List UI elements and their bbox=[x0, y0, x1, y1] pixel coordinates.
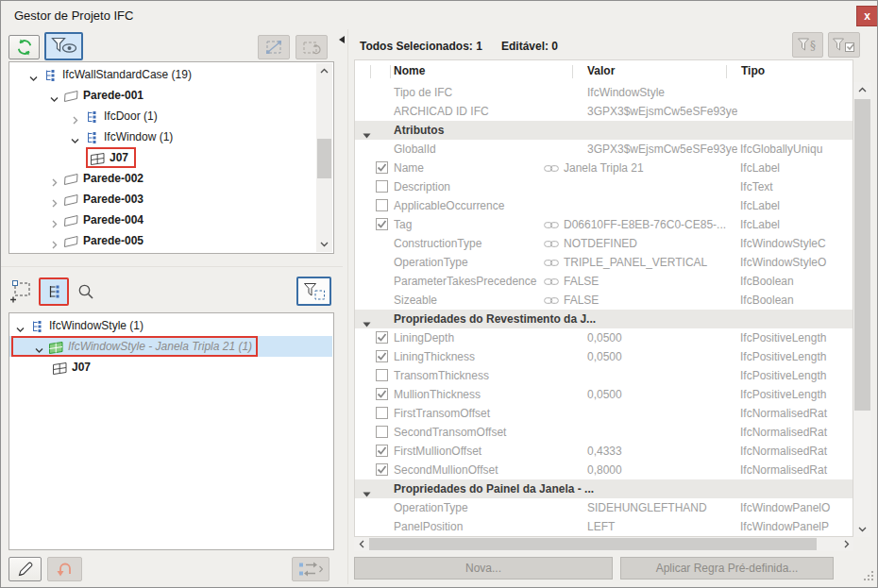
tree-item-label: IfcWindow (1) bbox=[104, 126, 173, 147]
add-marquee-button[interactable] bbox=[6, 277, 36, 306]
chevron-down-icon[interactable] bbox=[28, 70, 39, 80]
column-header-tipo[interactable]: Tipo bbox=[741, 64, 765, 77]
tree-item-ifcwindow-1[interactable]: IfcWindow (1) bbox=[9, 126, 316, 147]
tree-item-ifcwindowstyle-1[interactable]: IfcWindowStyle (1) bbox=[9, 315, 332, 336]
tree-item-j07[interactable]: J07 bbox=[9, 147, 316, 168]
checkbox-unchecked[interactable] bbox=[376, 180, 388, 193]
property-mullionthickness[interactable]: MullionThickness0,0500IfcPositiveLength bbox=[355, 385, 853, 404]
splitter-collapse-button[interactable] bbox=[339, 36, 345, 43]
property-value: TRIPLE_PANEL_VERTICAL bbox=[544, 253, 737, 273]
scroll-down-button[interactable] bbox=[316, 237, 332, 252]
property-name: MullionThickness bbox=[394, 385, 539, 404]
link-marquee-button[interactable] bbox=[258, 35, 290, 59]
filter-visibility-button[interactable] bbox=[44, 32, 83, 60]
panel-splitter[interactable] bbox=[347, 29, 348, 584]
property-panelposition[interactable]: PanelPositionLEFTIfcWindowPanelP bbox=[355, 517, 853, 536]
property-liningdepth[interactable]: LiningDepth0,0500IfcPositiveLength bbox=[355, 328, 853, 347]
chevron-down-icon[interactable] bbox=[49, 91, 59, 101]
column-divider bbox=[370, 65, 371, 78]
property-secondtransomoffset[interactable]: SecondTransomOffsetIfcNormalisedRat bbox=[355, 423, 853, 442]
section-propriedades-do-painel-da-janela[interactable]: Propriedades do Painel da Janela - ... bbox=[355, 479, 853, 498]
property-operationtype[interactable]: OperationTypeSIDEHUNGLEFTHANDIfcWindowPa… bbox=[355, 498, 853, 517]
property-name[interactable]: NameJanela Tripla 21IfcLabel bbox=[355, 159, 853, 177]
filter-checked-button[interactable] bbox=[828, 32, 860, 58]
scroll-left-button[interactable] bbox=[354, 537, 368, 551]
property-archicad-id-ifc[interactable]: ARCHICAD ID IFC3GPX3$wEjsmCw5eSFe93ye bbox=[355, 102, 853, 121]
checkbox-checked[interactable] bbox=[376, 161, 388, 174]
property-constructiontype[interactable]: ConstructionTypeNOTDEFINEDIfcWindowStyle… bbox=[355, 234, 853, 253]
tree-item-parede-001[interactable]: Parede-001 bbox=[9, 85, 316, 106]
chevron-down-icon[interactable] bbox=[34, 342, 44, 352]
property-applicableoccurrence[interactable]: ApplicableOccurrenceIfcLabel bbox=[355, 196, 853, 215]
checkbox-unchecked[interactable] bbox=[376, 407, 388, 419]
tree-scrollbar[interactable] bbox=[316, 63, 332, 252]
property-sizeable[interactable]: SizeableFALSEIfcBoolean bbox=[355, 291, 853, 310]
checkbox-checked[interactable] bbox=[376, 445, 388, 457]
chevron-right-icon[interactable] bbox=[49, 194, 59, 205]
section-atributos[interactable]: Atributos bbox=[355, 121, 853, 140]
checkbox-unchecked[interactable] bbox=[376, 426, 388, 438]
sync-button[interactable] bbox=[8, 35, 40, 59]
property-secondmullionoffset[interactable]: SecondMullionOffset0,8000IfcNormalisedRa… bbox=[355, 461, 853, 479]
tree-item-ifcwindowstyle-janela-tripla-21-1[interactable]: IfcWindowStyle - Janela Tripla 21 (1) bbox=[9, 336, 332, 357]
filter-properties-button[interactable]: § bbox=[792, 32, 823, 58]
property-firsttransomoffset[interactable]: FirstTransomOffsetIfcNormalisedRat bbox=[355, 404, 853, 423]
property-transomthickness[interactable]: TransomThicknessIfcPositiveLength bbox=[355, 366, 853, 385]
chevron-right-icon[interactable] bbox=[49, 215, 59, 226]
sync-selection-button[interactable] bbox=[292, 557, 329, 581]
tree-item-ifcdoor-1[interactable]: IfcDoor (1) bbox=[9, 106, 316, 126]
property-description[interactable]: DescriptionIfcText bbox=[355, 177, 853, 196]
tree-item-j07[interactable]: J07 bbox=[9, 357, 332, 378]
chevron-right-icon[interactable] bbox=[70, 111, 80, 122]
filter-marquee-button[interactable] bbox=[296, 277, 331, 306]
property-operationtype[interactable]: OperationTypeTRIPLE_PANEL_VERTICALIfcWin… bbox=[355, 253, 853, 272]
scroll-thumb[interactable] bbox=[854, 99, 870, 411]
tree-view-button[interactable] bbox=[39, 277, 69, 306]
column-header-valor[interactable]: Valor bbox=[587, 64, 615, 77]
tree-item-parede-005[interactable]: Parede-005 bbox=[9, 230, 316, 251]
tree-item-parede-003[interactable]: Parede-003 bbox=[9, 189, 316, 210]
checkbox-checked[interactable] bbox=[376, 388, 388, 400]
section-propriedades-do-revestimento-da-j[interactable]: Propriedades do Revestimento da J... bbox=[355, 310, 853, 328]
apply-predefined-rule-button[interactable]: Aplicar Regra Pré-definida... bbox=[620, 557, 834, 580]
resize-grip-icon[interactable] bbox=[863, 570, 876, 583]
scroll-right-button[interactable] bbox=[839, 537, 853, 551]
property-liningthickness[interactable]: LiningThickness0,0500IfcPositiveLength bbox=[355, 347, 853, 366]
ifc-type-tree: IfcWindowStyle (1)IfcWindowStyle - Janel… bbox=[9, 315, 332, 548]
chevron-right-icon[interactable] bbox=[49, 236, 59, 246]
property-parametertakesprecedence[interactable]: ParameterTakesPrecedenceFALSEIfcBoolean bbox=[355, 272, 853, 291]
property-globalid[interactable]: GlobalId3GPX3$wEjsmCw5eSFe93yeIfcGloball… bbox=[355, 140, 853, 159]
checkbox-checked[interactable] bbox=[376, 331, 388, 344]
chevron-down-icon[interactable] bbox=[70, 132, 80, 143]
checkbox-unchecked[interactable] bbox=[376, 199, 388, 211]
property-firstmullionoffset[interactable]: FirstMullionOffset0,4333IfcNormalisedRat bbox=[355, 442, 853, 461]
checkbox-checked[interactable] bbox=[376, 463, 388, 476]
tree-item-parede-004[interactable]: Parede-004 bbox=[9, 210, 316, 230]
marquee-plus-icon bbox=[8, 279, 33, 304]
chevron-down-icon[interactable] bbox=[15, 321, 25, 331]
properties-vertical-scrollbar[interactable] bbox=[853, 82, 871, 537]
rotate-marquee-button[interactable] bbox=[295, 35, 328, 59]
new-property-button[interactable]: Nova... bbox=[354, 557, 613, 580]
property-tipo-de-ifc[interactable]: Tipo de IFCIfcWindowStyle bbox=[355, 83, 853, 102]
close-button[interactable]: x bbox=[856, 6, 878, 26]
undo-button[interactable] bbox=[47, 557, 82, 581]
scroll-up-button[interactable] bbox=[853, 82, 871, 97]
tree-item-parede-002[interactable]: Parede-002 bbox=[9, 168, 316, 189]
search-button[interactable] bbox=[72, 277, 99, 306]
scroll-down-button[interactable] bbox=[853, 522, 871, 537]
scroll-up-button[interactable] bbox=[316, 63, 332, 78]
tree-item-ifcwallstandardcase-19[interactable]: IfcWallStandardCase (19) bbox=[9, 64, 316, 85]
properties-horizontal-scrollbar[interactable] bbox=[354, 537, 853, 551]
scroll-thumb[interactable] bbox=[369, 538, 817, 550]
property-tag[interactable]: TagD06610FF-E8EB-76C0-CE85-...IfcLabel bbox=[355, 215, 853, 234]
property-name: SecondTransomOffset bbox=[394, 423, 539, 442]
chevron-right-icon[interactable] bbox=[49, 174, 59, 184]
checkbox-checked[interactable] bbox=[376, 350, 388, 362]
column-header-nome[interactable]: Nome bbox=[394, 64, 425, 77]
property-name: Name bbox=[394, 159, 539, 177]
edit-button[interactable] bbox=[8, 557, 42, 581]
checkbox-unchecked[interactable] bbox=[376, 369, 388, 381]
scroll-thumb[interactable] bbox=[317, 139, 331, 178]
checkbox-checked[interactable] bbox=[376, 218, 388, 230]
